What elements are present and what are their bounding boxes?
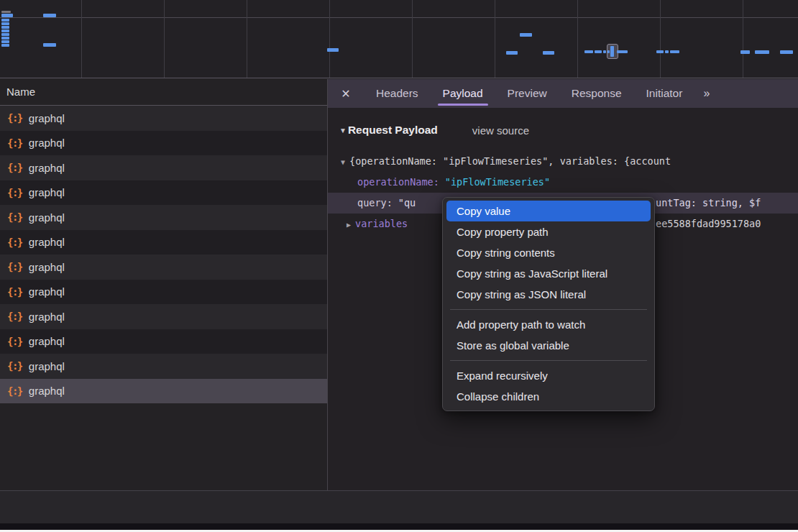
table-row[interactable]: {:} graphql (0, 205, 327, 230)
overview-waterfall-bar (610, 46, 614, 57)
menu-item[interactable]: Expand recursively (446, 365, 651, 386)
overview-waterfall-bar (1, 40, 9, 43)
request-name: graphql (29, 385, 65, 397)
json-key: variables (355, 218, 408, 229)
json-request-icon: {:} (7, 137, 22, 149)
summary-bar (0, 491, 798, 523)
menu-item[interactable]: Copy property path (446, 221, 651, 242)
detail-tab[interactable]: Response (572, 79, 622, 108)
table-row[interactable]: {:} graphql (0, 155, 327, 180)
request-name: graphql (29, 285, 65, 298)
json-request-icon: {:} (7, 261, 22, 272)
json-operationname-row[interactable]: operationName:"ipFlowTimeseries" (328, 172, 798, 193)
overview-gridline (164, 0, 165, 78)
tab-label: Payload (443, 87, 483, 99)
menu-item[interactable]: Copy value (446, 201, 651, 221)
menu-item[interactable]: Copy string as JavaScript literal (446, 263, 651, 284)
overview-waterfall-bar (665, 50, 669, 53)
menu-item-label: Copy value (457, 205, 510, 217)
overview-gridline (495, 0, 495, 78)
overview-row-divider (0, 17, 798, 18)
request-name: graphql (29, 211, 65, 224)
detail-tab[interactable]: Initiator (646, 79, 683, 108)
menu-item[interactable]: Collapse children (446, 386, 651, 407)
overview-gridline (247, 0, 247, 78)
detail-tab[interactable]: Payload (443, 79, 483, 108)
json-request-icon: {:} (7, 286, 22, 298)
menu-item[interactable]: Add property path to watch (446, 314, 651, 335)
menu-item[interactable]: Copy string as JSON literal (446, 284, 651, 305)
more-tabs-icon[interactable]: » (703, 87, 708, 100)
overview-waterfall-bar (1, 29, 9, 32)
name-column-header[interactable]: Name (0, 79, 327, 106)
table-row[interactable]: {:} graphql (0, 280, 327, 305)
menu-item-label: Copy string contents (457, 247, 555, 259)
panel-divider[interactable] (327, 79, 328, 523)
json-request-icon: {:} (7, 162, 22, 173)
menu-item-label: Collapse children (457, 390, 539, 403)
overview-gridline (743, 0, 743, 78)
detail-tab[interactable]: Headers (376, 79, 418, 108)
overview-waterfall-bar (670, 50, 679, 53)
request-list: {:} graphql {:} graphql {:} graphql {:} … (0, 106, 327, 403)
table-row[interactable]: {:} graphql (0, 230, 327, 255)
overview-waterfall-bar (543, 51, 554, 55)
menu-item[interactable]: Store as global variable (446, 335, 651, 356)
overview-gridline (660, 0, 661, 78)
json-object-preview: {operationName: "ipFlowTimeseries", vari… (349, 155, 671, 167)
overview-waterfall-bar (43, 14, 56, 17)
json-request-icon: {:} (7, 360, 22, 372)
detail-tab[interactable]: Preview (508, 79, 547, 108)
menu-separator (450, 360, 647, 361)
menu-item-label: Copy string as JavaScript literal (457, 267, 607, 280)
table-row[interactable]: {:} graphql (0, 180, 327, 206)
request-name: graphql (29, 162, 65, 174)
overview-waterfall-bar (1, 22, 9, 25)
overview-gridline (577, 0, 578, 78)
request-payload-section-header[interactable]: ▼ Request Payload view source (328, 116, 798, 144)
table-row[interactable]: {:} graphql (0, 131, 327, 156)
request-name: graphql (29, 112, 65, 124)
overview-waterfall-bar (1, 44, 9, 47)
menu-item-label: Store as global variable (457, 339, 569, 352)
close-icon[interactable]: ✕ (328, 87, 364, 101)
overview-waterfall-bar (43, 43, 56, 47)
table-row[interactable]: {:} graphql (0, 106, 327, 131)
context-menu: Copy value Copy property path Copy strin… (442, 197, 655, 411)
overview-waterfall-bar (603, 50, 606, 53)
overview-gridline (412, 0, 413, 78)
devtools-window: Name {:} graphql {:} graphql {:} graphql… (0, 0, 798, 532)
tab-label: Response (572, 87, 622, 99)
menu-item-label: Copy property path (457, 226, 549, 238)
request-name: graphql (29, 137, 65, 149)
overview-waterfall-bar (1, 33, 9, 36)
json-root-row[interactable]: ▼{operationName: "ipFlowTimeseries", var… (328, 151, 798, 172)
overview-waterfall-bar (520, 33, 532, 37)
json-request-icon: {:} (7, 311, 22, 322)
overview-gridline (81, 0, 82, 78)
table-row[interactable]: {:} graphql (0, 254, 327, 280)
network-overview[interactable] (0, 0, 798, 78)
json-string-value-continued: untTag: string, $f (656, 193, 761, 214)
request-name: graphql (29, 186, 65, 198)
overview-waterfall-bar (617, 50, 628, 53)
expand-triangle-icon: ▶ (347, 221, 351, 229)
tab-label: Initiator (646, 87, 683, 99)
overview-waterfall-bar (1, 26, 9, 29)
table-row[interactable]: {:} graphql (0, 354, 327, 379)
request-name: graphql (29, 360, 65, 372)
table-row[interactable]: {:} graphql (0, 329, 327, 354)
table-row[interactable]: {:} graphql (0, 304, 327, 329)
json-request-icon: {:} (7, 211, 22, 223)
view-source-link[interactable]: view source (472, 124, 529, 137)
request-name: graphql (29, 261, 65, 273)
json-string-value: "qu (398, 197, 416, 208)
menu-item-label: Add property path to watch (457, 318, 585, 331)
overview-waterfall-bar (656, 50, 664, 53)
table-row[interactable]: {:} graphql (0, 379, 327, 404)
overview-waterfall-bar (506, 51, 518, 55)
json-request-icon: {:} (7, 237, 22, 248)
json-key: operationName: (357, 176, 439, 188)
overview-waterfall-bar (584, 50, 593, 53)
menu-item[interactable]: Copy string contents (446, 242, 651, 263)
